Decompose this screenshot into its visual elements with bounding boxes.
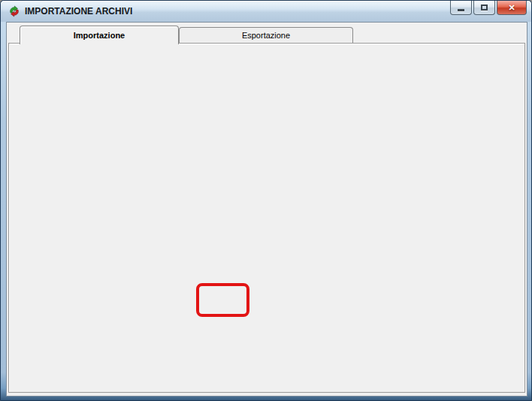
titlebar[interactable]: IMPORTAZIONE ARCHIVI ✕	[1, 1, 531, 22]
window-title: IMPORTAZIONE ARCHIVI	[25, 6, 132, 17]
app-icon	[8, 5, 20, 17]
importazione-archivi-window: IMPORTAZIONE ARCHIVI ✕ Importazione Espo…	[0, 0, 532, 401]
tab-esportazione[interactable]: Esportazione	[179, 27, 353, 43]
tab-importazione-label: Importazione	[74, 31, 125, 40]
close-icon: ✕	[508, 3, 515, 13]
tab-importazione[interactable]: Importazione	[20, 26, 179, 44]
close-button[interactable]: ✕	[497, 1, 527, 15]
maximize-button[interactable]	[473, 1, 495, 15]
minimize-icon	[458, 9, 464, 11]
minimize-button[interactable]	[450, 1, 472, 15]
maximize-icon	[481, 5, 488, 11]
tab-esportazione-label: Esportazione	[242, 31, 290, 40]
tab-panel	[8, 43, 525, 393]
